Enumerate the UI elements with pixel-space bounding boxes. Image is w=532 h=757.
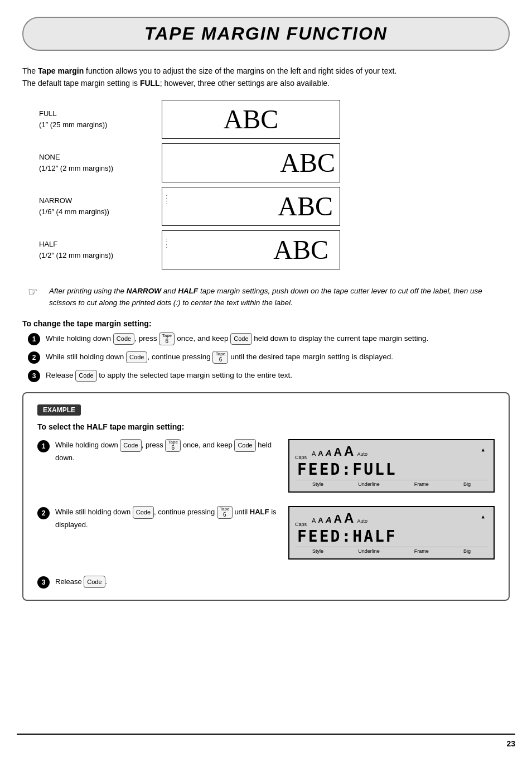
lcd-char2-a5: A: [344, 510, 354, 526]
lcd-char2-a3: A: [326, 515, 332, 524]
step-1: 1 While holding down Code, press Tape 6 …: [22, 332, 510, 345]
example-step-1-num: 1: [37, 440, 50, 452]
half-abc: ABC: [273, 234, 328, 265]
lcd-caps-2: Caps: [295, 522, 307, 527]
lcd-top-row-2: A A A A A Auto ▲: [295, 510, 488, 526]
none-desc: (1/12″ (2 mm margins)): [39, 163, 145, 174]
lcd-underline-2: Underline: [358, 548, 380, 554]
half-bold: HALF: [178, 287, 198, 295]
note-text: After printing using the NARROW and HALF…: [49, 285, 510, 309]
example-step-2: 2 While still holding down Code, continu…: [37, 506, 495, 560]
lcd-display-1: Caps A A A A A Auto ▲: [288, 439, 495, 493]
margin-examples: FULL (1″ (25 mm margins)) ABC NONE (1/12…: [39, 100, 510, 274]
lcd-main-text-2: FEED:HALF: [295, 527, 488, 546]
lcd-style-1: Style: [312, 481, 323, 487]
example-step-1-text: While holding down Code, press Tape 6 on…: [55, 439, 277, 464]
none-abc: ABC: [280, 147, 335, 178]
half-desc: (1/2″ (12 mm margins)): [39, 250, 145, 261]
lcd-display-2: Caps A A A A A Auto ▲: [288, 506, 495, 560]
ex-code-key-1a: Code: [120, 439, 141, 451]
lcd-arrow-2: ▲: [482, 514, 485, 519]
example-steps: 1 While holding down Code, press Tape 6 …: [37, 439, 495, 589]
full-abc: ABC: [224, 104, 279, 134]
code-key-2a: Code: [126, 351, 147, 364]
lcd-big-1: Big: [463, 481, 471, 487]
lcd-big-2: Big: [463, 548, 471, 554]
code-key-1b: Code: [230, 333, 252, 345]
narrow-bold: NARROW: [127, 287, 161, 295]
bottom-rule: [17, 734, 515, 735]
step-3: 3 Release Code to apply the selected tap…: [22, 369, 510, 382]
none-name: NONE: [39, 152, 145, 163]
half-dot: ::: [166, 238, 167, 249]
lcd-underline-1: Underline: [358, 481, 380, 487]
margin-display-full: ABC: [162, 100, 340, 139]
example-step-3-text: Release Code.: [55, 576, 107, 589]
step-1-num: 1: [28, 333, 40, 345]
step-2: 2 While still holding down Code, continu…: [22, 351, 510, 364]
margin-label-none: NONE (1/12″ (2 mm margins)): [39, 152, 145, 173]
intro-para2: The default tape margin setting is FULL;…: [22, 77, 510, 89]
lcd-char2-a4: A: [334, 513, 342, 525]
ex-code-key-2: Code: [133, 506, 154, 518]
full-desc: (1″ (25 mm margins)): [39, 119, 145, 131]
full-bold: FULL: [140, 79, 160, 88]
half-name: HALF: [39, 239, 145, 250]
example-step-3-num: 3: [37, 576, 50, 589]
example-step-1-right: Caps A A A A A Auto ▲: [288, 439, 495, 493]
lcd-frame-1: Frame: [414, 481, 429, 487]
lcd-char-a2: A: [318, 449, 323, 457]
margin-label-narrow: NARROW (1/6″ (4 mm margins)): [39, 195, 145, 217]
note-icon: ☞: [28, 285, 43, 309]
step-1-text: While holding down Code, press Tape 6 on…: [46, 332, 510, 345]
tape6-key-1: Tape 6: [159, 332, 175, 345]
margin-display-half: :: ABC: [162, 230, 340, 269]
lcd-bottom-row-1: Style Underline Frame Big: [295, 480, 488, 487]
margin-label-half: HALF (1/2″ (12 mm margins)): [39, 239, 145, 261]
instructions-section: To change the tape margin setting: 1 Whi…: [22, 319, 510, 382]
tape6-key-2: Tape 6: [212, 351, 228, 364]
step-3-text: Release Code to apply the selected tape …: [46, 369, 510, 382]
full-name: FULL: [39, 108, 145, 119]
margin-row-full: FULL (1″ (25 mm margins)) ABC: [39, 100, 510, 139]
example-step-1-left: 1 While holding down Code, press Tape 6 …: [37, 439, 277, 464]
ex-tape6-key-2: Tape 6: [217, 506, 233, 519]
ex-code-key-3: Code: [84, 576, 105, 588]
lcd-top-row-1: A A A A A Auto ▲: [295, 443, 488, 459]
lcd-char-a1: A: [312, 450, 316, 457]
margin-row-none: NONE (1/12″ (2 mm margins)) ABC: [39, 143, 510, 182]
lcd-auto-1: Auto: [356, 451, 367, 457]
step-2-num: 2: [28, 351, 40, 364]
lcd-char-a3: A: [326, 448, 332, 457]
half-bold-ex: HALF: [250, 508, 269, 516]
lcd-auto-2: Auto: [356, 518, 367, 524]
code-key-3: Code: [75, 370, 96, 382]
code-key-1a: Code: [113, 333, 134, 345]
ex-code-key-1b: Code: [234, 439, 255, 451]
page-title: TAPE MARGIN FUNCTION: [35, 23, 497, 44]
intro-para1: The Tape margin function allows you to a…: [22, 65, 510, 77]
lcd-char-a5: A: [344, 443, 354, 459]
example-section: EXAMPLE To select the HALF tape margin s…: [22, 392, 510, 601]
step-2-text: While still holding down Code, continue …: [46, 351, 510, 364]
example-step-3: 3 Release Code.: [37, 575, 495, 589]
margin-row-narrow: NARROW (1/6″ (4 mm margins)) :: ABC: [39, 187, 510, 226]
example-step-2-right: Caps A A A A A Auto ▲: [288, 506, 495, 560]
lcd-arrow-1: ▲: [482, 447, 485, 452]
lcd-frame-2: Frame: [414, 548, 429, 554]
example-title: To select the HALF tape margin setting:: [37, 422, 495, 431]
instructions-title: To change the tape margin setting:: [22, 319, 510, 328]
note-section: ☞ After printing using the NARROW and HA…: [22, 285, 510, 309]
page-number: 23: [506, 739, 515, 748]
tape-margin-bold: Tape margin: [38, 66, 84, 75]
narrow-desc: (1/6″ (4 mm margins)): [39, 206, 145, 218]
example-label: EXAMPLE: [37, 404, 81, 416]
example-step-1: 1 While holding down Code, press Tape 6 …: [37, 439, 495, 493]
lcd-main-text-1: FEED:FULL: [295, 460, 488, 479]
margin-label-full: FULL (1″ (25 mm margins)): [39, 108, 145, 130]
page-title-box: TAPE MARGIN FUNCTION: [22, 17, 510, 51]
step-3-num: 3: [28, 370, 40, 382]
margin-display-none: ABC: [162, 143, 340, 182]
margin-row-half: HALF (1/2″ (12 mm margins)) :: ABC: [39, 230, 510, 269]
lcd-char-a4: A: [334, 446, 342, 459]
